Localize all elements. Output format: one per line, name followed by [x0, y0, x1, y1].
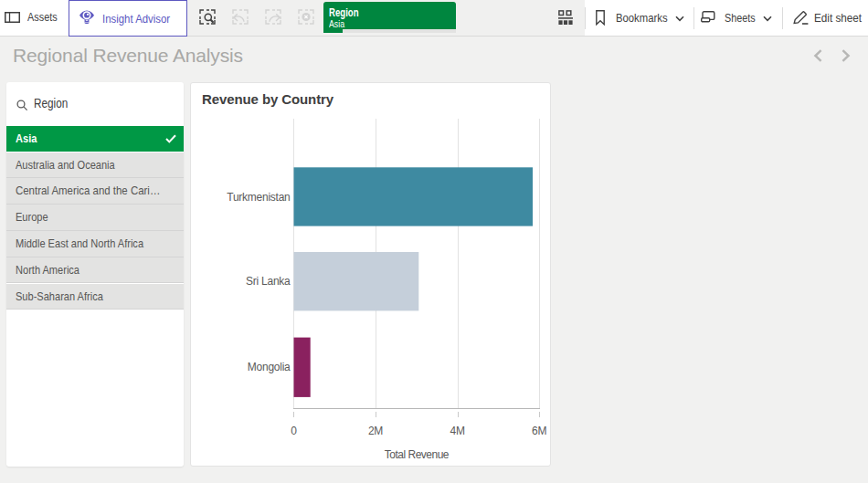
- svg-text:4M: 4M: [450, 425, 465, 437]
- svg-text:0: 0: [291, 425, 297, 437]
- svg-text:Total Revenue: Total Revenue: [385, 448, 450, 461]
- svg-text:Turkmenistan: Turkmenistan: [227, 191, 290, 204]
- svg-text:Sri Lanka: Sri Lanka: [246, 275, 291, 288]
- svg-text:2M: 2M: [368, 425, 383, 437]
- svg-text:Mongolia: Mongolia: [248, 361, 291, 373]
- svg-text:6M: 6M: [532, 425, 546, 437]
